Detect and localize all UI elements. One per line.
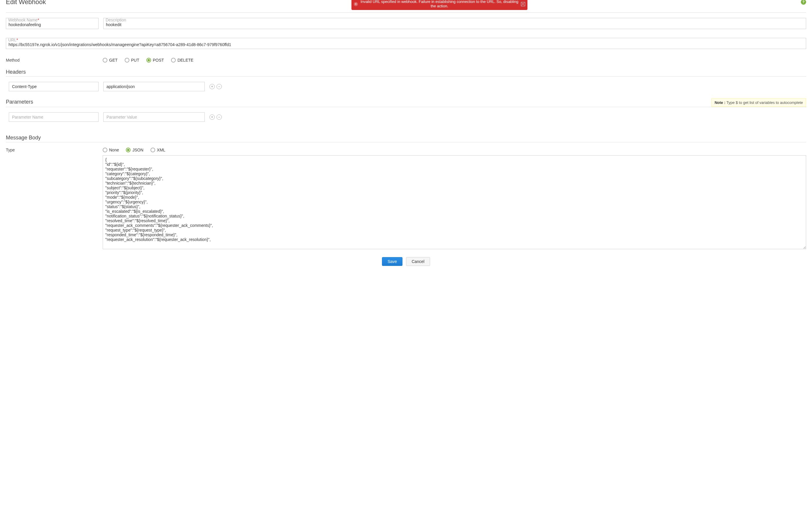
body-type-radio-none[interactable]: None (103, 148, 119, 152)
help-icon[interactable]: ? (801, 0, 806, 5)
error-banner-text: Invalid URL specified in webhook. Failur… (361, 0, 518, 8)
webhook-name-input[interactable] (6, 18, 98, 29)
parameter-name-input[interactable] (9, 112, 98, 122)
radio-label: None (109, 148, 119, 152)
radio-label: GET (109, 58, 118, 62)
close-icon[interactable]: ✕ (521, 2, 525, 6)
parameter-row: +− (9, 112, 806, 122)
page-title: Edit Webhook (6, 0, 78, 6)
radio-icon (146, 58, 151, 62)
remove-parameter-button[interactable]: − (217, 114, 222, 120)
body-type-radio-json[interactable]: JSON (126, 148, 143, 152)
cancel-button[interactable]: Cancel (406, 257, 430, 266)
body-type-label: Type (6, 148, 103, 152)
method-radio-group: GETPUTPOSTDELETE (103, 58, 193, 62)
radio-label: PUT (131, 58, 139, 62)
radio-icon (103, 58, 107, 62)
body-type-radio-xml[interactable]: XML (150, 148, 165, 152)
url-input[interactable] (6, 38, 806, 49)
parameters-section-title: Parameters (6, 99, 33, 105)
parameter-value-input[interactable] (103, 112, 205, 122)
description-input[interactable] (103, 18, 806, 29)
method-radio-delete[interactable]: DELETE (171, 58, 193, 62)
error-banner: ✕ Invalid URL specified in webhook. Fail… (351, 0, 528, 10)
radio-label: XML (157, 148, 165, 152)
save-button[interactable]: Save (382, 257, 403, 266)
remove-header-button[interactable]: − (217, 84, 222, 89)
headers-section-title: Headers (6, 69, 806, 75)
radio-label: JSON (132, 148, 143, 152)
radio-icon (150, 148, 155, 152)
header-row: +− (9, 82, 806, 91)
radio-icon (171, 58, 176, 62)
method-radio-put[interactable]: PUT (125, 58, 139, 62)
note-box: Note : Type $ to get list of variables t… (712, 98, 806, 107)
method-radio-post[interactable]: POST (146, 58, 164, 62)
message-body-textarea[interactable] (103, 155, 806, 249)
radio-icon (103, 148, 107, 152)
error-icon: ✕ (354, 2, 358, 6)
radio-label: POST (153, 58, 164, 62)
method-radio-get[interactable]: GET (103, 58, 118, 62)
body-type-radio-group: NoneJSONXML (103, 148, 165, 152)
radio-label: DELETE (178, 58, 193, 62)
message-body-section-title: Message Body (6, 135, 806, 141)
add-parameter-button[interactable]: + (209, 114, 215, 120)
method-label: Method (6, 58, 103, 62)
header-value-input[interactable] (103, 82, 205, 91)
add-header-button[interactable]: + (209, 84, 215, 89)
header-name-input[interactable] (9, 82, 98, 91)
radio-icon (126, 148, 131, 152)
radio-icon (125, 58, 129, 62)
